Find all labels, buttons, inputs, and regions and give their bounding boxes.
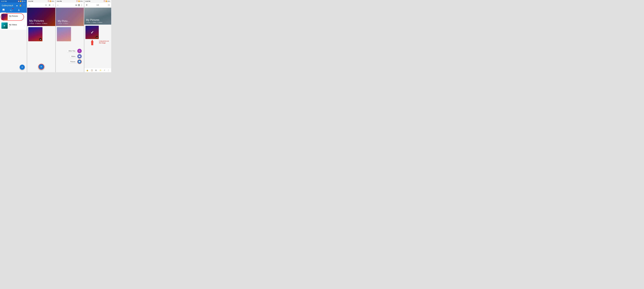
screen-album-view: 9:41 PM ⏰ 📶 65% ← ✏ ☰ ⋮ My Pictures 1 Ph… — [27, 0, 56, 72]
plus-icon-1: + — [21, 66, 23, 69]
album-header-2: My Pictures 1 Photo · 0 Videos · 0 Other… — [27, 8, 55, 26]
viewer-toolbar: ✕ 1/1 ☐ — [84, 2, 111, 8]
album-header-4: My Pictures 1 Photo · 0 Videos · 0 Other… — [84, 8, 111, 24]
status-icons-3: ⏰ 📶 65% — [76, 0, 83, 2]
viewer-content: ✓ ☁ Long-press on the image — [84, 24, 111, 68]
alarm-icon-3: ⏰ — [76, 0, 78, 2]
checkbox-icon[interactable]: ☐ — [108, 4, 110, 6]
lock-action-icon[interactable]: 🔒 — [86, 69, 88, 71]
more-icon-3[interactable]: ⋮ — [80, 4, 83, 6]
arrow-up-indicator — [91, 39, 94, 45]
tab-bar-1 — [0, 8, 27, 13]
album-toolbar-2: ← ✏ ☰ ⋮ — [27, 2, 55, 8]
edit-icon-3[interactable]: ✏ — [76, 4, 77, 6]
tab-photos[interactable] — [1, 8, 6, 13]
tab-compass[interactable] — [9, 8, 14, 13]
item-count-videos: 0 — [9, 26, 23, 27]
back-icon[interactable]: ← — [28, 4, 30, 6]
album-header-text-3: My Pictu... 1 Photo · 0 Videos... — [58, 20, 70, 24]
fab-menu-label-videos: Videos — [70, 55, 76, 57]
album-title-3: My Pictu... — [58, 20, 70, 23]
item-name-pictures: My Pictures — [9, 15, 23, 17]
app-bar-icons: ☁ 🔒 ⋮ — [16, 4, 25, 6]
viewer-toolbar-left: ✕ — [86, 4, 88, 6]
album-meta-4: 1 Photo · 0 Videos · 0 Others — [86, 22, 111, 23]
thumb-videos — [2, 22, 8, 29]
magic-action-icon[interactable]: ✨ — [99, 69, 102, 71]
list-view-icon[interactable]: ☰ — [49, 4, 50, 6]
edit-icon[interactable]: ✏ — [45, 4, 47, 6]
time-3: 9:41 PM — [57, 0, 62, 2]
more-icon[interactable]: ⋮ — [23, 4, 25, 6]
album-title-2: My Pictures — [29, 19, 47, 22]
status-icons-1: ⏰ 📶 ▐ 59% — [18, 0, 26, 2]
app-title: GalleryVault — [2, 4, 13, 7]
list-item-pictures[interactable]: My Pictures 1 ⋮ — [0, 13, 27, 21]
fab-menu-item-videos[interactable]: Videos — [70, 54, 82, 58]
status-bar-4: 9:42 PM ⏰ 📶 65% — [84, 0, 111, 2]
back-icon-3[interactable]: ← — [57, 4, 59, 6]
item-more-videos[interactable]: ⋮ — [23, 24, 25, 27]
fab-menu: Other Files Videos Pictures — [67, 49, 82, 64]
copy-action-icon[interactable]: 📋 — [91, 69, 93, 71]
item-name-videos: My Videos — [9, 24, 23, 26]
status-bar-3: 9:41 PM ⏰ 📶 65% — [56, 0, 84, 2]
cloud-icon-photo-1: ☁ — [39, 38, 42, 41]
status-icons-4: ⏰ 📶 65% — [104, 0, 110, 2]
bottom-toolbar: 🔒 📋 🗑 ✨ ↗ ⋮ — [84, 68, 111, 72]
alarm-icon-2: ⏰ — [48, 0, 49, 2]
album-header-text-4: My Pictures 1 Photo · 0 Videos · 0 Other… — [86, 18, 111, 23]
more-icon-2[interactable]: ⋮ — [52, 4, 54, 6]
toolbar-icons-3: ✏ ☰ ⋮ — [76, 4, 83, 6]
alarm-icon: ⏰ — [18, 0, 20, 2]
fab-mini-otherfiles[interactable] — [78, 49, 82, 53]
album-meta-3: 1 Photo · 0 Videos... — [58, 23, 70, 24]
battery-3: 65% — [80, 0, 83, 2]
albums-list: My Pictures 1 ⋮ My Videos 0 ⋮ — [0, 13, 27, 72]
album-title-4: My Pictures — [86, 18, 111, 21]
photo-item-3 — [57, 27, 71, 41]
share-action-icon[interactable]: ↗ — [104, 69, 105, 71]
wifi-icon: 📶 — [20, 0, 21, 2]
album-toolbar-3: ← ✏ ☰ ⋮ — [56, 2, 84, 8]
list-item-videos[interactable]: My Videos 0 ⋮ — [0, 21, 27, 30]
fab-mini-videos[interactable] — [78, 54, 82, 58]
photo-item-1[interactable]: ☁ — [28, 27, 42, 41]
fab-mini-pictures[interactable] — [78, 59, 82, 64]
photo-thumb-bg-3 — [57, 27, 71, 41]
thumb-pictures — [2, 14, 8, 20]
screen-gallery-vault: 11:17 PM ⏰ 📶 ▐ 59% GalleryVault ☁ 🔒 ⋮ — [0, 0, 27, 72]
battery-1: 59% — [23, 0, 26, 2]
fab-menu-label-otherfiles: Other Files — [67, 50, 76, 52]
cloud-upload-icon[interactable]: ☁ — [16, 4, 18, 6]
fab-menu-item-pictures[interactable]: Pictures — [69, 59, 82, 64]
selected-photo[interactable]: ✓ ☁ — [86, 26, 99, 39]
status-icons-2: ⏰ 📶 65% — [48, 0, 54, 2]
item-more-pictures[interactable]: ⋮ — [23, 16, 25, 18]
wifi-icon-4: 📶 — [106, 0, 107, 2]
close-icon[interactable]: ✕ — [86, 4, 88, 6]
more-action-icon[interactable]: ⋮ — [108, 69, 109, 71]
battery-4: 65% — [108, 0, 110, 2]
fab-add-2[interactable]: + — [38, 64, 44, 70]
wifi-icon-2: 📶 — [50, 0, 51, 2]
lock-icon[interactable]: 🔒 — [19, 4, 22, 6]
status-bar-2: 9:41 PM ⏰ 📶 65% — [27, 0, 55, 2]
list-view-icon-3[interactable]: ☰ — [78, 4, 80, 6]
screen-image-viewer: 9:42 PM ⏰ 📶 65% ✕ 1/1 ☐ My Pictures 1 Ph… — [84, 0, 111, 72]
item-info-pictures: My Pictures 1 — [9, 15, 23, 19]
fab-menu-item-otherfiles[interactable]: Other Files — [67, 49, 82, 53]
check-mark: ✓ — [90, 30, 94, 35]
time-4: 9:42 PM — [86, 0, 90, 2]
delete-action-icon[interactable]: 🗑 — [95, 69, 97, 71]
tab-profile[interactable] — [16, 8, 21, 13]
time-1: 11:17 PM — [1, 0, 7, 2]
album-header-text-2: My Pictures 1 Photo · 0 Videos · 0 Other… — [29, 19, 47, 24]
wifi-icon-3: 📶 — [78, 0, 80, 2]
battery-2: 65% — [52, 0, 54, 2]
app-bar-1: GalleryVault ☁ 🔒 ⋮ — [0, 2, 27, 8]
signal-icon: ▐ — [22, 0, 23, 2]
alarm-icon-4: ⏰ — [104, 0, 105, 2]
fab-add-1[interactable]: + — [20, 65, 25, 70]
image-counter: 1/1 — [96, 4, 99, 6]
